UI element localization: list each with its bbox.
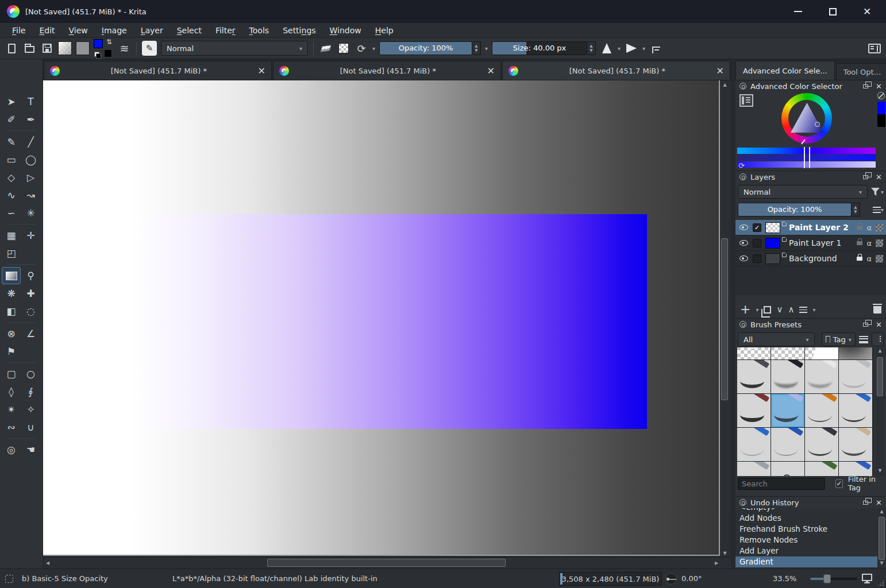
unlock-icon[interactable] bbox=[857, 241, 862, 245]
move-layer-down-button[interactable]: ∨ bbox=[776, 304, 783, 315]
open-document-button[interactable] bbox=[22, 41, 36, 56]
brush-preset-thumbnail[interactable] bbox=[839, 394, 872, 427]
foreground-background-colors[interactable]: ⇅ bbox=[94, 39, 113, 57]
alpha-lock-icon[interactable]: α bbox=[866, 239, 872, 247]
menu-item-settings[interactable]: Settings bbox=[276, 25, 322, 36]
close-panel-icon[interactable]: ✕ bbox=[876, 83, 882, 90]
smart-patch-tool[interactable]: ✚ bbox=[21, 285, 40, 302]
layer-opacity-slider[interactable]: Opacity: 100% bbox=[738, 203, 852, 216]
scroll-up-arrow[interactable]: ▲ bbox=[876, 348, 884, 355]
brush-preset-thumbnail[interactable] bbox=[805, 360, 838, 393]
save-button[interactable] bbox=[40, 41, 54, 56]
opacity-dropdown-caret[interactable]: ▾ bbox=[485, 45, 488, 52]
zoom-slider[interactable] bbox=[810, 578, 857, 580]
selection-status-icon[interactable] bbox=[5, 575, 13, 583]
pan-tool[interactable]: ☚ bbox=[21, 441, 40, 458]
similar-selection-tool[interactable]: ✧ bbox=[21, 401, 40, 418]
brush-preset-thumbnail[interactable] bbox=[737, 462, 771, 476]
brush-preset-thumbnail[interactable] bbox=[771, 347, 804, 359]
menu-item-help[interactable]: Help bbox=[369, 25, 400, 36]
similar-color-selection-tool[interactable]: ✴ bbox=[2, 401, 21, 418]
brush-preset-thumbnail[interactable] bbox=[737, 360, 771, 393]
gradient-chooser-button[interactable] bbox=[58, 41, 72, 56]
value-slider-bar[interactable] bbox=[737, 154, 876, 161]
toolbar-size-slider[interactable]: Size: 40.00 px bbox=[492, 41, 587, 55]
add-layer-caret[interactable]: ▾ bbox=[756, 307, 758, 313]
freehand-selection-tool[interactable]: ∮ bbox=[21, 383, 40, 400]
panel-lock-icon[interactable] bbox=[739, 83, 746, 90]
mirror-vertical-button[interactable] bbox=[625, 41, 638, 56]
preset-filter-dropdown[interactable]: All ▾ bbox=[738, 332, 815, 346]
panel-lock-icon[interactable] bbox=[739, 321, 746, 328]
toolbar-opacity-slider[interactable]: Opacity: 100% bbox=[379, 41, 472, 55]
fullscreen-monitor-icon[interactable] bbox=[862, 574, 872, 581]
pattern-edit-tool[interactable]: ❋ bbox=[2, 285, 21, 302]
assistants-tool[interactable]: ⊗ bbox=[2, 325, 21, 342]
layer-opacity-spinner[interactable]: ▲▼ bbox=[852, 203, 860, 216]
opacity-spinner[interactable]: ▲▼ bbox=[472, 41, 481, 55]
panel-resize-handle[interactable]: ······ bbox=[804, 165, 817, 171]
undo-item[interactable]: Remove Nodes bbox=[735, 535, 877, 546]
layer-filter-button[interactable]: ▾ bbox=[871, 188, 884, 196]
canvas-rotation-icon[interactable] bbox=[665, 573, 677, 585]
undo-item[interactable]: Add Nodes bbox=[735, 513, 877, 524]
selector-settings-icon[interactable] bbox=[739, 94, 753, 107]
scroll-down-arrow[interactable]: ▼ bbox=[720, 549, 730, 557]
polygonal-selection-tool[interactable]: ◊ bbox=[2, 383, 21, 400]
close-panel-icon[interactable]: ✕ bbox=[876, 173, 882, 181]
mirror-vertical-caret[interactable]: ▾ bbox=[642, 45, 645, 52]
brush-preset-thumbnail[interactable] bbox=[805, 462, 838, 476]
scroll-up-arrow[interactable]: ▲ bbox=[877, 509, 886, 516]
document-tab-3[interactable]: [Not Saved] (451.7 MiB) * ✕ bbox=[502, 61, 730, 80]
close-panel-icon[interactable]: ✕ bbox=[876, 499, 882, 506]
mirror-horizontal-caret[interactable]: ▾ bbox=[618, 45, 621, 52]
menu-item-edit[interactable]: Edit bbox=[33, 25, 61, 36]
duplicate-layer-button[interactable] bbox=[764, 306, 771, 314]
brush-preset-thumbnail[interactable]: ⟳ bbox=[771, 462, 804, 476]
brush-preset-thumbnail[interactable] bbox=[839, 347, 872, 359]
menu-item-window[interactable]: Window bbox=[323, 25, 368, 36]
zoom-tool[interactable]: ◎ bbox=[2, 441, 21, 458]
no-color-icon[interactable] bbox=[877, 92, 885, 99]
blending-mode-dropdown[interactable]: Normal ▾ bbox=[161, 41, 308, 56]
move-tool[interactable]: ✛ bbox=[21, 227, 40, 244]
brush-preset-thumbnail[interactable] bbox=[737, 428, 771, 461]
float-panel-icon[interactable] bbox=[863, 84, 868, 88]
close-button[interactable]: ✕ bbox=[858, 3, 876, 20]
lock-icon[interactable] bbox=[857, 257, 862, 261]
layer-blending-mode-dropdown[interactable]: Normal ▾ bbox=[738, 185, 868, 199]
text-tool[interactable]: T bbox=[21, 93, 40, 110]
brush-preset-thumbnail[interactable] bbox=[737, 347, 771, 359]
refresh-colors-icon[interactable]: ⟳ bbox=[738, 161, 745, 170]
dynamic-brush-tool[interactable]: ∽ bbox=[2, 204, 21, 222]
tab-advanced-color-selector[interactable]: Advanced Color Sele... bbox=[735, 61, 835, 80]
undo-item[interactable]: Freehand Brush Stroke bbox=[735, 524, 877, 535]
layer-checkbox[interactable]: ✓ bbox=[753, 223, 761, 232]
menu-item-view[interactable]: View bbox=[63, 25, 94, 36]
preset-scrollbar[interactable]: ▲ ▼ bbox=[876, 347, 884, 476]
brush-preset-chooser-button[interactable]: ≋ bbox=[117, 41, 131, 56]
tag-button[interactable]: Tag ▾ bbox=[822, 332, 856, 346]
fill-tool[interactable]: ◧ bbox=[2, 303, 21, 320]
brush-preset-thumbnail[interactable] bbox=[805, 394, 838, 427]
brush-preset-thumbnail[interactable] bbox=[805, 428, 838, 461]
unlock-icon[interactable] bbox=[857, 226, 862, 230]
tab-close-icon[interactable]: ✕ bbox=[258, 65, 265, 76]
current-background-swatch[interactable] bbox=[877, 114, 885, 127]
preset-details-button[interactable] bbox=[872, 332, 884, 346]
document-tab-1[interactable]: [Not Saved] (451.7 MiB) * ✕ bbox=[44, 61, 272, 80]
select-shapes-tool[interactable]: ➤ bbox=[2, 93, 21, 110]
brush-preset-thumbnail[interactable] bbox=[771, 360, 804, 393]
layer-row[interactable]: Backgroundα bbox=[735, 251, 886, 266]
color-selector-handle[interactable] bbox=[815, 122, 820, 127]
layer-row[interactable]: Paint Layer 1α bbox=[735, 235, 886, 251]
zoom-slider-thumb[interactable] bbox=[823, 574, 831, 583]
horizontal-scrollbar-thumb[interactable] bbox=[267, 559, 506, 567]
move-layer-up-button[interactable]: ∧ bbox=[788, 304, 794, 315]
calligraphy-tool[interactable]: ✒ bbox=[21, 111, 40, 128]
tab-close-icon[interactable]: ✕ bbox=[716, 65, 724, 76]
rectangular-selection-tool[interactable]: ▢ bbox=[2, 365, 21, 382]
wrap-around-mode-button[interactable] bbox=[649, 41, 663, 56]
default-colors-icon[interactable] bbox=[94, 52, 99, 57]
edit-shapes-tool[interactable]: ✐ bbox=[2, 111, 21, 128]
